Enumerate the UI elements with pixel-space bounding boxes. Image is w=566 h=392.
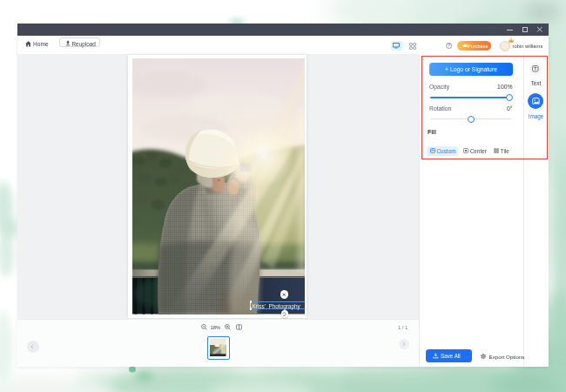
svg-text:?: ? bbox=[447, 43, 449, 48]
